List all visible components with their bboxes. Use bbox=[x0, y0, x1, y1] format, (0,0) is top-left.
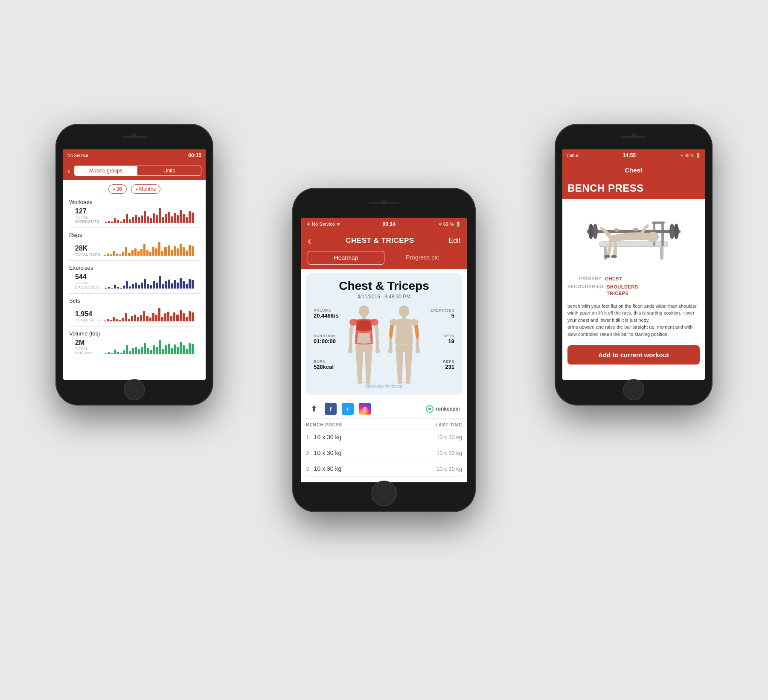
stat-exercises: Exercises 544 TOTAL EXERCISES bbox=[63, 262, 206, 292]
svg-point-2 bbox=[349, 319, 358, 326]
secondaries-value: SHOULDERS TRICEPS bbox=[607, 284, 638, 297]
reps-val: 231 bbox=[443, 364, 454, 370]
heatmap-area: VOLUME 20.446lbs DURATION 01:00:00 BURN … bbox=[312, 304, 456, 389]
svg-point-5 bbox=[375, 347, 380, 353]
row2-num: 2. bbox=[306, 450, 311, 456]
runkeeper-logo: runkeeper bbox=[425, 405, 460, 413]
center-home-button[interactable] bbox=[371, 481, 397, 506]
left-home-button[interactable] bbox=[124, 379, 145, 400]
right-battery: ✶ 80 % 🔋 bbox=[680, 153, 701, 158]
svg-point-11 bbox=[410, 319, 419, 326]
tab-heatmap[interactable]: Heatmap bbox=[308, 251, 384, 265]
tab-progress-pic[interactable]: Progress pic bbox=[384, 251, 460, 265]
muscle-info: PRIMARY CHEST SECONDARIES SHOULDERS TRIC… bbox=[562, 271, 705, 300]
stat-reps-label: Reps bbox=[69, 232, 82, 238]
left-segment-control[interactable]: Muscle groups Units bbox=[74, 166, 201, 176]
add-to-workout-button[interactable]: Add to current workout bbox=[567, 345, 700, 365]
left-screen: No Service 00:15 ‹ Muscle groups Units ▾… bbox=[63, 149, 206, 380]
exercise-row-1: 1. 10 x 30 kg 10 x 30 kg bbox=[306, 429, 462, 445]
left-filter-row: ▾ 36 ▾ Months bbox=[63, 180, 206, 196]
stat-exercises-value: 544 bbox=[75, 273, 102, 281]
center-title: CHEST & TRICEPS bbox=[346, 236, 414, 245]
phone-center: ✈ No Service ≋ 00:14 ✶ 69 % 🔋 ‹ CHEST & … bbox=[292, 188, 476, 512]
right-title: Chest bbox=[625, 166, 643, 174]
exercise-hero: BENCH PRESS bbox=[562, 178, 705, 199]
stat-sets-sub: TOTAL SETS bbox=[75, 318, 100, 322]
svg-point-3 bbox=[370, 319, 378, 326]
exercises-val: 5 bbox=[431, 312, 454, 319]
center-battery: ✶ 69 % 🔋 bbox=[438, 222, 461, 227]
primary-value: CHEST bbox=[605, 276, 622, 282]
bench-press-illustration bbox=[574, 205, 693, 265]
stat-workouts-label: Workouts bbox=[69, 199, 93, 205]
svg-point-28 bbox=[647, 232, 659, 242]
sets-chart bbox=[104, 305, 194, 322]
twitter-button[interactable]: t bbox=[342, 403, 354, 415]
stat-sets-value: 1,954 bbox=[75, 310, 100, 318]
stat-reps: Reps 28K TOTAL REPS bbox=[63, 229, 206, 259]
scene: No Service 00:15 ‹ Muscle groups Units ▾… bbox=[21, 30, 747, 670]
right-nav-bar: Chest bbox=[562, 161, 705, 178]
exercise-display-name: BENCH PRESS bbox=[567, 183, 700, 194]
stat-sets: Sets 1,954 TOTAL SETS bbox=[63, 295, 206, 325]
center-nav-bar: ‹ CHEST & TRICEPS Edit bbox=[301, 230, 467, 251]
share-button[interactable]: ⬆ bbox=[308, 403, 320, 415]
edit-button[interactable]: Edit bbox=[448, 237, 460, 245]
stat-workouts: Workouts 127 TOTAL WORKOUTS bbox=[63, 196, 206, 226]
workout-card: Chest & Triceps 4/11/2016 · 9:48:30 PM V… bbox=[306, 273, 462, 395]
center-speaker bbox=[369, 202, 399, 204]
stat-volume: Volume (lbs) 2M TOTAL VOLUME bbox=[63, 328, 206, 358]
secondaries-label: SECONDARIES bbox=[567, 284, 603, 289]
stat-reps-sub: TOTAL REPS bbox=[75, 252, 101, 257]
left-back-button[interactable]: ‹ bbox=[67, 166, 70, 176]
workout-date: 4/11/2016 · 9:48:30 PM bbox=[312, 294, 456, 300]
filter-period[interactable]: ▾ Months bbox=[131, 184, 160, 194]
primary-muscle-row: PRIMARY CHEST bbox=[567, 276, 700, 282]
right-status-bar: Call ≋ 14:55 ✶ 80 % 🔋 bbox=[562, 149, 705, 161]
instagram-button[interactable]: ◎ bbox=[359, 403, 371, 415]
front-body-svg bbox=[345, 305, 383, 384]
right-service: Call ≋ bbox=[567, 153, 579, 158]
sets-val: 19 bbox=[443, 338, 454, 344]
exercise-description: bench with your feet flat on the floor. … bbox=[562, 301, 705, 342]
left-status-bar: No Service 00:15 bbox=[63, 149, 206, 161]
stat-sets-label: Sets bbox=[69, 298, 80, 304]
volume-chart bbox=[105, 338, 194, 355]
seg-units[interactable]: Units bbox=[137, 166, 201, 175]
left-time: 00:15 bbox=[188, 152, 201, 158]
stat-sets-block: SETS 19 bbox=[443, 334, 454, 344]
left-service: No Service bbox=[67, 153, 88, 158]
row2-last: 10 x 30 kg bbox=[436, 450, 462, 456]
exercise-name-header: BENCH PRESS bbox=[306, 422, 342, 427]
row1-val: 10 x 30 kg bbox=[314, 434, 342, 440]
row2-val: 10 x 30 kg bbox=[314, 449, 342, 456]
svg-point-29 bbox=[604, 255, 610, 258]
duration-val: 01:00:00 bbox=[314, 338, 336, 344]
svg-point-25 bbox=[593, 224, 598, 239]
exercise-table: BENCH PRESS LAST TIME 1. 10 x 30 kg 10 x… bbox=[301, 419, 467, 477]
stat-workouts-value: 127 bbox=[75, 207, 102, 215]
svg-point-31 bbox=[614, 228, 619, 232]
svg-point-0 bbox=[359, 306, 369, 317]
right-home-button[interactable] bbox=[623, 379, 644, 400]
svg-point-10 bbox=[390, 319, 398, 326]
exercise-row-3: 3. 10 x 30 kg 10 x 30 kg bbox=[306, 461, 462, 477]
stat-exercises-sub: TOTAL EXERCISES bbox=[75, 281, 102, 289]
center-time: 00:14 bbox=[383, 221, 396, 227]
exercise-table-header: BENCH PRESS LAST TIME bbox=[306, 419, 462, 429]
svg-point-7 bbox=[365, 381, 371, 384]
facebook-button[interactable]: f bbox=[325, 403, 337, 415]
seg-muscle-groups[interactable]: Muscle groups bbox=[74, 166, 138, 175]
row3-val: 10 x 30 kg bbox=[314, 465, 342, 472]
center-screen: ✈ No Service ≋ 00:14 ✶ 69 % 🔋 ‹ CHEST & … bbox=[301, 218, 467, 482]
stat-reps-block: REPS 231 bbox=[443, 359, 454, 370]
center-back-button[interactable]: ‹ bbox=[308, 234, 311, 248]
exercise-illustration bbox=[562, 199, 705, 271]
svg-point-4 bbox=[348, 347, 352, 353]
filter-number[interactable]: ▾ 36 bbox=[108, 184, 127, 194]
right-time: 14:55 bbox=[623, 152, 636, 158]
last-time-header: LAST TIME bbox=[435, 422, 462, 427]
center-tabs: Heatmap Progress pic bbox=[301, 251, 467, 269]
burn-val: 528kcal bbox=[314, 364, 334, 370]
row3-last: 10 x 30 kg bbox=[436, 466, 462, 472]
